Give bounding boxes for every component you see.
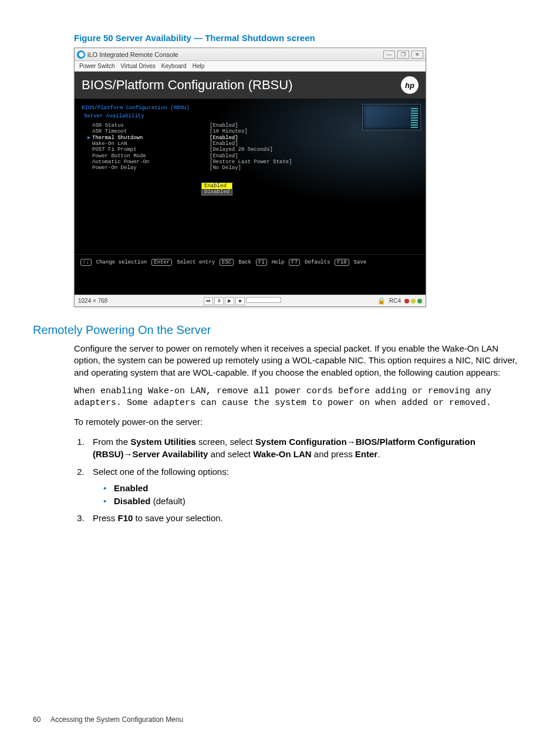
step-3: Press F10 to save your selection. — [87, 512, 527, 525]
setting-automatic-power-on[interactable]: Automatic Power-On [Restore Last Power S… — [87, 159, 419, 165]
close-button[interactable]: ✕ — [411, 50, 423, 59]
step-1: From the System Utilities screen, select… — [87, 436, 527, 461]
playback-progress[interactable] — [246, 297, 281, 303]
maximize-button[interactable]: ❐ — [397, 50, 409, 59]
intro-paragraph: Configure the server to power on remotel… — [74, 343, 521, 379]
setting-power-button-mode[interactable]: Power Button Mode [Enabled] — [87, 153, 419, 159]
key-f1: F1 — [256, 259, 267, 266]
setting-value: [No Delay] — [210, 165, 241, 171]
lock-icon: 🔒 — [377, 297, 386, 305]
server-hero-image — [362, 104, 421, 130]
status-led-red-icon — [404, 299, 409, 303]
setting-label: ASR Timeout — [92, 129, 210, 134]
setting-label: Thermal Shutdown — [92, 135, 210, 141]
section-heading: Remotely Powering On the Server — [33, 323, 527, 337]
option-disabled-bullet: Disabled (default) — [103, 495, 527, 508]
setting-label: Power-On Delay — [92, 165, 210, 171]
bios-screen: BIOS/Platform Configuration (RBSU) hp BI… — [75, 72, 426, 295]
setting-value: [Enabled] — [210, 153, 238, 159]
setting-value: [Enabled] — [210, 135, 238, 141]
running-header: Accessing the System Configuration Menu — [50, 715, 183, 724]
menu-power-switch[interactable]: Power Switch — [79, 63, 115, 69]
option-enabled[interactable]: Enabled — [202, 183, 232, 189]
hp-logo-icon: hp — [401, 76, 419, 94]
key-arrows-label: Change selection — [96, 259, 147, 265]
setting-label: Wake-On LAN — [92, 141, 210, 147]
playback-rewind-icon[interactable]: ⏮ — [204, 297, 213, 305]
caution-text: When enabling Wake-on LAN, remove all po… — [74, 386, 521, 410]
key-esc: ESC — [220, 259, 234, 266]
menu-help[interactable]: Help — [193, 63, 205, 69]
setting-label: Automatic Power-On — [92, 159, 210, 165]
key-arrows: ↑↓ — [80, 259, 92, 266]
setting-value: [10 Minutes] — [210, 129, 248, 134]
setting-post-f1-prompt[interactable]: POST F1 Prompt [Delayed 20 Seconds] — [87, 147, 419, 153]
status-bar: 1024 × 768 ⏮ ⏸ ▶ ■ 🔒 RC4 — [75, 295, 426, 306]
minimize-button[interactable]: — — [383, 50, 395, 59]
step-2: Select one of the following options: Ena… — [87, 465, 527, 507]
status-resolution: 1024 × 768 — [78, 298, 107, 304]
window-title: iLO Integrated Remote Console — [87, 51, 383, 58]
setting-label: ASR Status — [92, 123, 210, 129]
key-enter-label: Select entry — [177, 259, 215, 265]
key-f1-label: Help — [272, 259, 285, 265]
page-number: 60 — [33, 715, 41, 724]
window-titlebar: ⬤ iLO Integrated Remote Console — ❐ ✕ — [75, 48, 426, 61]
setting-value: [Enabled] — [210, 123, 238, 129]
lead-in: To remotely power-on the server: — [74, 416, 521, 428]
key-f10: F10 — [335, 259, 349, 266]
setting-label: POST F1 Prompt — [92, 147, 210, 153]
option-enabled-bullet: Enabled — [103, 482, 527, 495]
page-footer: 60 Accessing the System Configuration Me… — [33, 715, 183, 724]
figure-caption: Figure 50 Server Availability — Thermal … — [74, 33, 527, 43]
playback-stop-icon[interactable]: ■ — [235, 297, 245, 305]
option-popup[interactable]: Enabled Disabled — [201, 183, 232, 195]
setting-value: [Enabled] — [210, 141, 238, 147]
status-led-yellow-icon — [411, 299, 416, 303]
menubar: Power Switch Virtual Drives Keyboard Hel… — [75, 61, 426, 72]
setting-power-on-delay[interactable]: Power-On Delay [No Delay] — [87, 165, 419, 171]
menu-keyboard[interactable]: Keyboard — [161, 63, 187, 69]
setting-thermal-shutdown[interactable]: ▶ Thermal Shutdown [Enabled] — [87, 135, 419, 141]
menu-virtual-drives[interactable]: Virtual Drives — [121, 63, 156, 69]
setting-label: Power Button Mode — [92, 153, 210, 159]
bios-header-title: BIOS/Platform Configuration (RBSU) — [82, 77, 292, 93]
playback-pause-icon[interactable]: ⏸ — [214, 297, 224, 305]
status-led-green-icon — [417, 299, 422, 303]
option-disabled[interactable]: Disabled — [202, 189, 232, 195]
playback-play-icon[interactable]: ▶ — [225, 297, 234, 305]
console-window: ⬤ iLO Integrated Remote Console — ❐ ✕ Po… — [74, 48, 426, 307]
key-enter: Enter — [151, 259, 172, 266]
key-hints-bar: ↑↓ Change selection Enter Select entry E… — [75, 254, 426, 269]
hp-ilo-icon: ⬤ — [77, 50, 85, 59]
setting-value: [Restore Last Power State] — [210, 159, 292, 165]
status-encryption: RC4 — [389, 298, 401, 304]
key-f10-label: Save — [354, 259, 367, 265]
key-esc-label: Back — [238, 259, 251, 265]
setting-value: [Delayed 20 Seconds] — [210, 147, 273, 153]
setting-wake-on-lan[interactable]: Wake-On LAN [Enabled] — [87, 141, 419, 147]
key-f7-label: Defaults — [305, 259, 330, 265]
key-f7: F7 — [289, 259, 300, 266]
